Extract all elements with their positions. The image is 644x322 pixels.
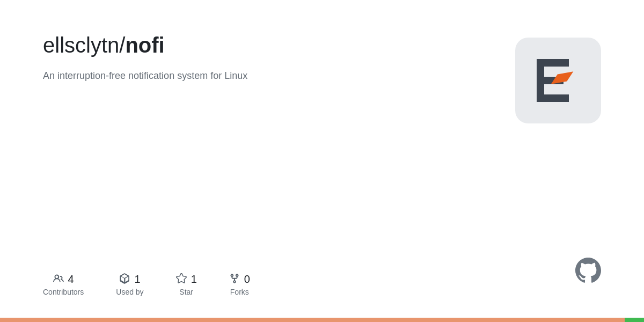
bottom-bar-green — [625, 318, 644, 322]
repo-description: An interruption-free notification system… — [43, 69, 515, 83]
bottom-bar-orange — [0, 318, 625, 322]
contributors-count: 4 — [68, 273, 74, 286]
svg-rect-1 — [537, 59, 569, 67]
repo-owner: ellsclytn — [43, 33, 119, 57]
fork-icon — [229, 273, 240, 286]
stat-forks[interactable]: 0 Forks — [229, 273, 250, 296]
stat-top-star: 1 — [176, 273, 197, 286]
bottom-bar — [0, 318, 644, 322]
stat-top-used-by: 1 — [119, 273, 140, 286]
contributors-icon — [53, 273, 64, 286]
stat-star[interactable]: 1 Star — [176, 273, 197, 296]
used-by-count: 1 — [134, 273, 140, 286]
right-section — [515, 32, 601, 296]
star-icon — [176, 273, 187, 286]
star-label: Star — [179, 288, 193, 296]
stat-top-contributors: 4 — [53, 273, 74, 286]
star-count: 1 — [191, 273, 197, 286]
app-icon — [515, 38, 601, 123]
stat-used-by[interactable]: 1 Used by — [116, 273, 143, 296]
stat-top-forks: 0 — [229, 273, 250, 286]
github-icon — [575, 258, 601, 283]
forks-count: 0 — [244, 273, 250, 286]
github-logo-wrapper[interactable] — [575, 258, 601, 286]
package-icon — [119, 273, 130, 286]
svg-rect-3 — [537, 94, 569, 102]
contributors-label: Contributors — [43, 288, 84, 296]
stats-row: 4 Contributors 1 Used by — [43, 273, 515, 296]
stat-contributors[interactable]: 4 Contributors — [43, 273, 84, 296]
forks-label: Forks — [230, 288, 249, 296]
used-by-label: Used by — [116, 288, 143, 296]
repo-name: nofi — [125, 33, 164, 57]
repo-title: ellsclytn/nofi — [43, 32, 515, 58]
main-content: ellsclytn/nofi An interruption-free noti… — [0, 0, 644, 318]
left-section: ellsclytn/nofi An interruption-free noti… — [43, 32, 515, 296]
